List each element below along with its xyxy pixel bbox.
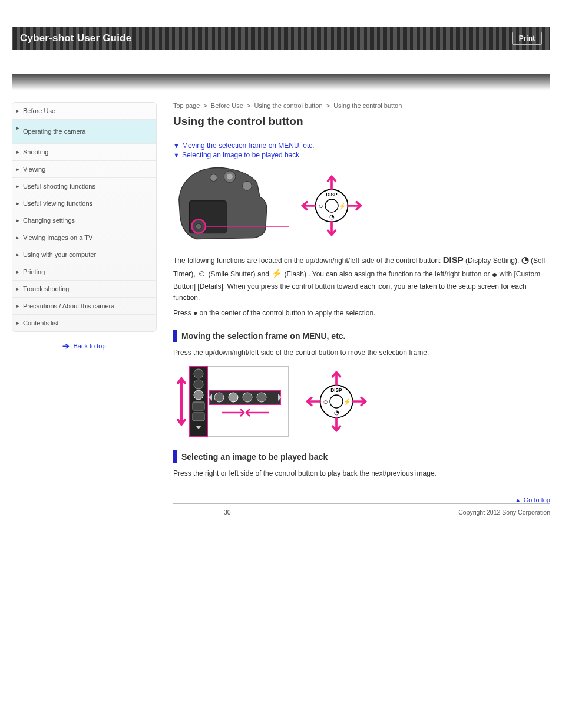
para-functions: The following functions are located on t… xyxy=(173,253,550,303)
svg-point-30 xyxy=(330,395,343,408)
control-wheel-illustration: DISP ◔ ☺ ⚡ xyxy=(299,173,364,238)
sublink-2[interactable]: ▼ Selecting an image to be played back xyxy=(173,151,550,159)
camera-illustration xyxy=(173,165,289,246)
print-button[interactable]: Print xyxy=(512,32,542,45)
svg-point-17 xyxy=(194,380,203,389)
sidebar-item-useful-viewing[interactable]: Useful viewing functions xyxy=(12,195,156,212)
toc: Before Use Operating the camera Shooting… xyxy=(12,102,157,332)
sidebar-item-changing-settings[interactable]: Changing settings xyxy=(12,212,156,229)
svg-text:DISP: DISP xyxy=(326,192,338,197)
sidebar-item-contents[interactable]: Contents list xyxy=(12,315,156,331)
svg-text:◔: ◔ xyxy=(334,409,339,416)
header-title: Cyber-shot User Guide xyxy=(12,32,131,44)
svg-point-18 xyxy=(194,390,203,400)
go-to-top-label: Go to top xyxy=(524,496,550,503)
back-to-top-link[interactable]: ➔ Back to top xyxy=(12,341,157,351)
svg-text:☺: ☺ xyxy=(318,202,324,209)
page-number: 30 xyxy=(224,509,231,516)
svg-text:DISP: DISP xyxy=(330,387,342,393)
sublink-1-text: Moving the selection frame on MENU, etc. xyxy=(182,141,315,150)
sidebar-item-precautions[interactable]: Precautions / About this camera xyxy=(12,298,156,315)
sidebar-item-useful-shooting[interactable]: Useful shooting functions xyxy=(12,178,156,195)
control-wheel-illustration-small: DISP ◔ ☺ ⚡ xyxy=(304,369,369,434)
svg-text:◔: ◔ xyxy=(329,213,335,220)
svg-point-24 xyxy=(229,393,238,402)
triangle-down-icon: ▼ xyxy=(173,142,180,149)
sidebar-item-operating[interactable]: Operating the camera xyxy=(12,120,156,144)
sidebar-item-tv[interactable]: Viewing images on a TV xyxy=(12,229,156,246)
svg-point-16 xyxy=(194,369,203,378)
svg-rect-19 xyxy=(193,402,204,410)
smile-icon: ☺ xyxy=(197,268,206,278)
page-title: Using the control button xyxy=(173,115,550,128)
go-to-top-link[interactable]: ▲ Go to top xyxy=(515,496,550,503)
section1-title: Moving the selection frame on MENU, etc. xyxy=(181,331,346,341)
breadcrumb-a[interactable]: Top page xyxy=(173,102,200,109)
header-bar: Cyber-shot User Guide Print xyxy=(12,27,550,50)
para-press-center: Press ● on the center of the control but… xyxy=(173,308,550,319)
sidebar-item-computer[interactable]: Using with your computer xyxy=(12,246,156,263)
svg-point-6 xyxy=(196,223,201,229)
section2-body: Press the right or left side of the cont… xyxy=(173,468,550,479)
svg-text:⚡: ⚡ xyxy=(339,202,346,209)
sidebar: Before Use Operating the camera Shooting… xyxy=(12,102,157,516)
svg-point-9 xyxy=(325,199,338,212)
menu-illustration xyxy=(173,363,291,440)
svg-point-23 xyxy=(214,393,224,402)
sidebar-item-shooting[interactable]: Shooting xyxy=(12,144,156,161)
sidebar-item-before-use[interactable]: Before Use xyxy=(12,103,156,120)
main-content: Top page > Before Use > Using the contro… xyxy=(157,102,550,516)
breadcrumb: Top page > Before Use > Using the contro… xyxy=(173,102,550,109)
disp-icon: DISP xyxy=(443,255,464,265)
copyright: Copyright 2012 Sony Corporation xyxy=(458,509,550,516)
sidebar-item-viewing[interactable]: Viewing xyxy=(12,161,156,178)
breadcrumb-d: Using the control button xyxy=(333,102,402,109)
triangle-up-icon: ▲ xyxy=(515,496,521,503)
breadcrumb-c[interactable]: Using the control button xyxy=(254,102,322,109)
arrow-right-icon: ➔ xyxy=(62,341,70,351)
sublink-1[interactable]: ▼ Moving the selection frame on MENU, et… xyxy=(173,141,550,150)
svg-rect-20 xyxy=(193,413,204,421)
breadcrumb-b[interactable]: Before Use xyxy=(211,102,243,109)
svg-point-2 xyxy=(227,174,233,180)
section1-body: Press the up/down/right/left side of the… xyxy=(173,347,550,358)
svg-point-25 xyxy=(243,393,252,402)
svg-text:☺: ☺ xyxy=(323,398,329,404)
back-to-top-label: Back to top xyxy=(73,342,105,350)
timer-icon: ◔ xyxy=(521,255,529,265)
section2-title: Selecting an image to be played back xyxy=(181,452,328,462)
flash-icon: ⚡ xyxy=(271,268,282,278)
sublink-2-text: Selecting an image to be played back xyxy=(182,151,299,159)
sidebar-item-printing[interactable]: Printing xyxy=(12,263,156,281)
svg-point-26 xyxy=(257,393,266,402)
sidebar-item-troubleshooting[interactable]: Troubleshooting xyxy=(12,281,156,298)
center-dot-icon: ● xyxy=(492,269,498,279)
svg-point-3 xyxy=(210,174,217,182)
triangle-down-icon: ▼ xyxy=(173,151,180,159)
svg-point-4 xyxy=(243,181,252,190)
svg-text:⚡: ⚡ xyxy=(343,397,351,405)
